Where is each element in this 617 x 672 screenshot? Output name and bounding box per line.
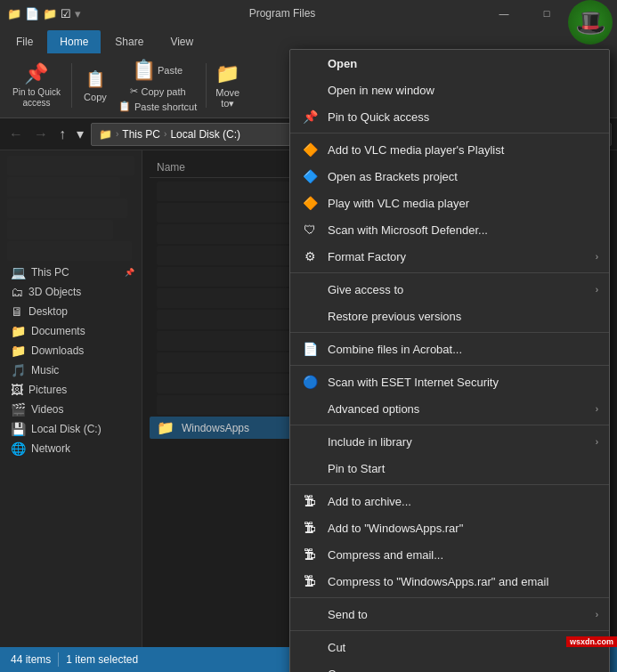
context-menu-item-format-factory[interactable]: ⚙Format Factory› [290, 243, 609, 270]
sidebar-local-disk-label: Local Disk (C:) [31, 423, 101, 435]
add-vlc-playlist-label: Add to VLC media player's Playlist [328, 143, 504, 157]
pin-quick-access-label: Pin to Quick access [328, 110, 429, 124]
maximize-button[interactable]: □ [526, 0, 567, 27]
window-title: Program Files [86, 7, 478, 20]
restore-versions-icon [301, 307, 319, 325]
copy-button[interactable]: 📋 Copy [77, 67, 113, 104]
tab-view[interactable]: View [158, 30, 206, 53]
format-factory-arrow-icon: › [596, 252, 598, 262]
add-windowsapps-rar-label: Add to "WindowsApps.rar" [328, 522, 463, 535]
restore-versions-label: Restore previous versions [328, 310, 461, 323]
send-to-label: Send to [328, 608, 368, 621]
pin-start-label: Pin to Start [328, 462, 385, 475]
play-vlc-icon: 🔶 [301, 194, 319, 212]
advanced-options-icon [301, 400, 319, 417]
sidebar-item-pictures[interactable]: 🖼 Pictures [0, 380, 142, 400]
copy-icon: 📋 [85, 69, 106, 90]
give-access-arrow-icon: › [596, 285, 598, 295]
network-icon: 🌐 [11, 441, 26, 456]
include-library-arrow-icon: › [596, 437, 598, 447]
sidebar-network-label: Network [31, 442, 70, 455]
context-menu-item-add-archive[interactable]: 🗜Add to archive... [290, 488, 609, 514]
context-menu-item-compress-windowsapps-email[interactable]: 🗜Compress to "WindowsApps.rar" and email [290, 568, 609, 595]
compress-email-label: Compress and email... [328, 548, 443, 562]
add-archive-label: Add to archive... [328, 495, 411, 508]
pin-quick-access-button[interactable]: 📌 Pin to Quickaccess [7, 61, 66, 110]
context-menu-item-send-to[interactable]: Send to› [290, 601, 609, 627]
context-menu-item-pin-quick-access[interactable]: 📌Pin to Quick access [290, 103, 609, 130]
context-menu-item-add-windowsapps-rar[interactable]: 🗜Add to "WindowsApps.rar" [290, 514, 609, 541]
up-button[interactable]: ↑ [55, 125, 69, 144]
context-menu-item-combine-acrobat[interactable]: 📄Combine files in Acrobat... [290, 336, 609, 362]
sidebar-item-3d-objects[interactable]: 🗂 3D Objects [0, 282, 142, 302]
pin-quick-access-icon: 📌 [301, 108, 319, 125]
this-pc-icon: 💻 [11, 265, 26, 279]
tab-file[interactable]: File [4, 30, 45, 53]
context-menu-item-scan-defender[interactable]: 🛡Scan with Microsoft Defender... [290, 216, 609, 243]
include-library-label: Include in library [328, 435, 412, 449]
compress-windowsapps-email-label: Compress to "WindowsApps.rar" and email [328, 575, 548, 588]
watermark-logo: 🎩 [568, 0, 613, 45]
scan-defender-icon: 🛡 [301, 221, 319, 239]
context-menu-item-advanced-options[interactable]: Advanced options› [290, 395, 609, 422]
context-menu-item-open[interactable]: Open [290, 50, 609, 77]
tab-home[interactable]: Home [47, 30, 101, 53]
status-separator [58, 652, 59, 667]
pin-icon: 📌 [24, 62, 48, 85]
back-button[interactable]: ← [5, 125, 27, 144]
combine-acrobat-label: Combine files in Acrobat... [328, 343, 462, 356]
watermark: 🎩 [564, 0, 617, 53]
context-menu-separator-27 [290, 630, 609, 631]
forward-button[interactable]: → [30, 125, 52, 144]
sidebar-item-local-disk[interactable]: 💾 Local Disk (C:) [0, 419, 142, 439]
context-menu-item-give-access[interactable]: Give access to› [290, 276, 609, 303]
paste-button[interactable]: 📋 Paste [127, 58, 188, 83]
copy-path-button[interactable]: ✂ Copy path [126, 85, 190, 98]
music-icon: 🎵 [11, 363, 26, 377]
compress-email-icon: 🗜 [301, 546, 319, 563]
scan-eset-icon: 🔵 [301, 373, 319, 391]
context-menu-item-copy[interactable]: Copy [290, 660, 609, 672]
context-menu-separator-9 [290, 272, 609, 273]
context-menu-item-scan-eset[interactable]: 🔵Scan with ESET Internet Security [290, 368, 609, 395]
sidebar-pictures-label: Pictures [28, 384, 67, 396]
context-menu-item-play-vlc[interactable]: 🔶Play with VLC media player [290, 190, 609, 216]
videos-icon: 🎬 [11, 402, 26, 417]
context-menu-item-pin-start[interactable]: Pin to Start [290, 455, 609, 482]
pin-indicator: 📌 [125, 268, 134, 277]
context-menu-item-add-vlc-playlist[interactable]: 🔶Add to VLC media player's Playlist [290, 136, 609, 163]
sidebar-item-desktop[interactable]: 🖥 Desktop [0, 302, 142, 321]
sidebar-item-network[interactable]: 🌐 Network [0, 439, 142, 458]
context-menu-separator-25 [290, 597, 609, 598]
context-menu-item-cut[interactable]: Cut [290, 634, 609, 660]
minimize-button[interactable]: — [483, 0, 524, 27]
move-to-label: Moveto▾ [215, 87, 239, 109]
scissors-icon: ✂ [130, 85, 138, 97]
context-menu-separator-3 [290, 133, 609, 134]
paste-label: Paste [158, 65, 183, 76]
sidebar-downloads-label: Downloads [31, 344, 84, 357]
sidebar-item-videos[interactable]: 🎬 Videos [0, 400, 142, 419]
sidebar-item-music[interactable]: 🎵 Music [0, 360, 142, 380]
sidebar-item-this-pc[interactable]: 💻 This PC 📌 [0, 263, 142, 282]
context-menu-item-compress-email[interactable]: 🗜Compress and email... [290, 541, 609, 568]
include-library-icon [301, 433, 319, 450]
move-to-button[interactable]: 📁 Moveto▾ [212, 61, 243, 111]
local-disk-icon: 💾 [11, 422, 26, 436]
context-menu-item-open-brackets[interactable]: 🔷Open as Brackets project [290, 163, 609, 190]
sidebar-documents-label: Documents [31, 325, 85, 337]
context-menu-item-include-library[interactable]: Include in library› [290, 428, 609, 455]
copy-icon [301, 665, 319, 672]
context-menu-item-open-new-window[interactable]: Open in new window [290, 77, 609, 103]
paste-shortcut-button[interactable]: 📋 Paste shortcut [115, 100, 200, 113]
cut-label: Cut [328, 641, 345, 654]
copy-label: Copy [328, 668, 354, 673]
name-column-header: Name [157, 161, 185, 174]
open-brackets-label: Open as Brackets project [328, 170, 458, 183]
tab-share[interactable]: Share [102, 30, 156, 53]
recent-button[interactable]: ▾ [73, 124, 87, 144]
context-menu-item-restore-versions[interactable]: Restore previous versions [290, 303, 609, 329]
sidebar-item-downloads[interactable]: 📁 Downloads [0, 341, 142, 360]
add-vlc-playlist-icon: 🔶 [301, 141, 319, 158]
sidebar-item-documents[interactable]: 📁 Documents [0, 321, 142, 341]
